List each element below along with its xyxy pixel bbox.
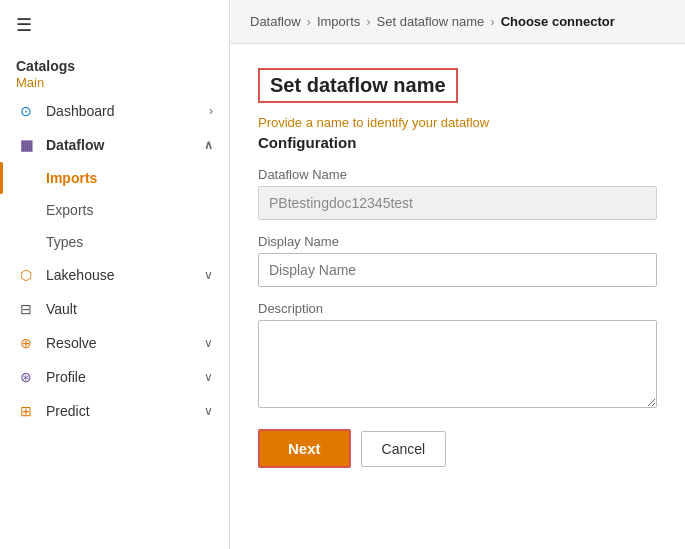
resolve-icon: ⊕	[16, 335, 36, 351]
config-label: Configuration	[258, 134, 657, 151]
chevron-down-icon: ∨	[204, 370, 213, 384]
sep-icon: ›	[307, 14, 311, 29]
display-name-label: Display Name	[258, 234, 657, 249]
sidebar-item-vault[interactable]: ⊟ Vault	[0, 292, 229, 326]
main-label: Main	[16, 75, 213, 90]
sidebar-item-types[interactable]: Types	[0, 226, 229, 258]
sidebar-item-imports[interactable]: Imports	[0, 162, 229, 194]
sidebar-item-resolve[interactable]: ⊕ Resolve ∨	[0, 326, 229, 360]
vault-icon: ⊟	[16, 301, 36, 317]
sidebar-item-label: Dashboard	[46, 103, 115, 119]
cancel-button[interactable]: Cancel	[361, 431, 447, 467]
button-row: Next Cancel	[258, 429, 657, 468]
sidebar-item-label: Resolve	[46, 335, 97, 351]
sidebar-sub-label: Imports	[46, 170, 97, 186]
sidebar-header: ☰	[0, 0, 229, 50]
sidebar-item-label: Lakehouse	[46, 267, 115, 283]
sidebar-item-label: Vault	[46, 301, 77, 317]
breadcrumb: Dataflow › Imports › Set dataflow name ›…	[230, 0, 685, 44]
sep-icon: ›	[490, 14, 494, 29]
profile-icon: ⊛	[16, 369, 36, 385]
form-subtitle: Provide a name to identify your dataflow	[258, 115, 657, 130]
chevron-up-icon: ∧	[204, 138, 213, 152]
sidebar-item-label: Dataflow	[46, 137, 104, 153]
breadcrumb-active: Choose connector	[501, 14, 615, 29]
predict-icon: ⊞	[16, 403, 36, 419]
breadcrumb-imports[interactable]: Imports	[317, 14, 360, 29]
page-title: Set dataflow name	[258, 68, 458, 103]
description-label: Description	[258, 301, 657, 316]
chevron-down-icon: ∨	[204, 404, 213, 418]
hamburger-icon[interactable]: ☰	[16, 14, 32, 36]
chevron-down-icon: ∨	[204, 268, 213, 282]
breadcrumb-dataflow[interactable]: Dataflow	[250, 14, 301, 29]
sep-icon: ›	[366, 14, 370, 29]
sidebar-item-dashboard[interactable]: ⊙ Dashboard ›	[0, 94, 229, 128]
sidebar-sub-label: Exports	[46, 202, 93, 218]
dashboard-icon: ⊙	[16, 103, 36, 119]
catalogs-section: Catalogs Main	[0, 50, 229, 94]
content-area: Set dataflow name Provide a name to iden…	[230, 44, 685, 549]
sidebar-item-exports[interactable]: Exports	[0, 194, 229, 226]
dataflow-name-label: Dataflow Name	[258, 167, 657, 182]
main-content: Dataflow › Imports › Set dataflow name ›…	[230, 0, 685, 549]
sidebar-item-dataflow[interactable]: ▦ Dataflow ∧	[0, 128, 229, 162]
lakehouse-icon: ⬡	[16, 267, 36, 283]
next-button[interactable]: Next	[258, 429, 351, 468]
chevron-down-icon: ∨	[204, 336, 213, 350]
breadcrumb-set-name[interactable]: Set dataflow name	[377, 14, 485, 29]
dataflow-name-value: PBtestingdoc12345test	[258, 186, 657, 220]
description-input[interactable]	[258, 320, 657, 408]
sidebar-item-predict[interactable]: ⊞ Predict ∨	[0, 394, 229, 428]
catalogs-label: Catalogs	[16, 58, 213, 74]
sidebar-sub-label: Types	[46, 234, 83, 250]
sidebar-item-lakehouse[interactable]: ⬡ Lakehouse ∨	[0, 258, 229, 292]
sidebar-item-profile[interactable]: ⊛ Profile ∨	[0, 360, 229, 394]
chevron-right-icon: ›	[209, 104, 213, 118]
sidebar: ☰ Catalogs Main ⊙ Dashboard › ▦ Dataflow…	[0, 0, 230, 549]
sidebar-item-label: Profile	[46, 369, 86, 385]
sidebar-item-label: Predict	[46, 403, 90, 419]
display-name-input[interactable]	[258, 253, 657, 287]
dataflow-icon: ▦	[16, 137, 36, 153]
